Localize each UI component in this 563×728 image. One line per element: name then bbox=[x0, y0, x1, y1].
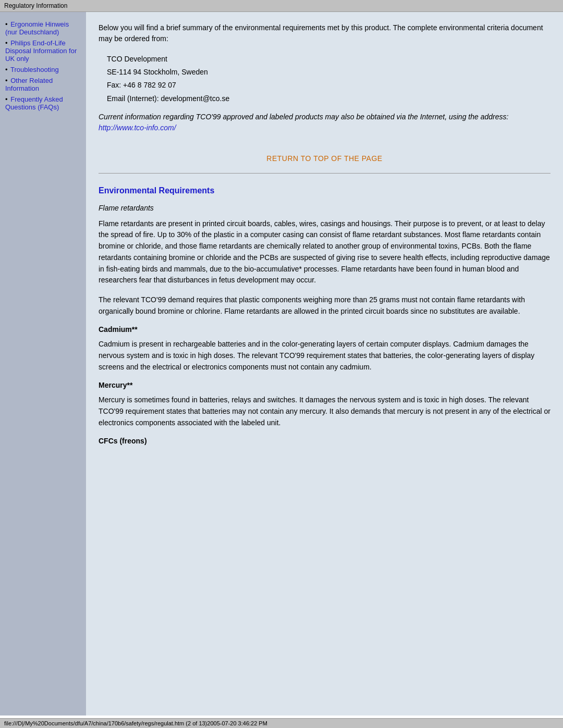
section-divider bbox=[99, 173, 550, 174]
sidebar-item-3[interactable]: • Other Related Information bbox=[5, 77, 81, 92]
bullet-1: • bbox=[5, 39, 8, 47]
bullet-4: • bbox=[5, 95, 8, 103]
sidebar-link-1[interactable]: Philips End-of-Life Disposal Information… bbox=[5, 39, 77, 63]
intro-text: Below you will find a brief summary of t… bbox=[99, 22, 550, 44]
sidebar-item-4[interactable]: • Frequently Asked Questions (FAQs) bbox=[5, 95, 81, 111]
address-line2: SE-114 94 Stockholm, Sweden bbox=[107, 66, 550, 79]
env-section-title: Environmental Requirements bbox=[99, 186, 550, 195]
sidebar-item-0[interactable]: • Ergonomie Hinweis (nur Deutschland) bbox=[5, 20, 81, 36]
return-link-container: RETURN TO TOP OF THE PAGE bbox=[99, 154, 550, 163]
bullet-0: • bbox=[5, 20, 8, 28]
italic-note-text: Current information regarding TCO'99 app… bbox=[99, 113, 508, 121]
top-bar: Regulatory Information bbox=[0, 0, 563, 12]
address-block: TCO Development SE-114 94 Stockholm, Swe… bbox=[107, 53, 550, 105]
cfcs-heading: CFCs (freons) bbox=[99, 437, 550, 445]
flame-para2: The relevant TCO'99 demand requires that… bbox=[99, 294, 550, 317]
sidebar-link-0[interactable]: Ergonomie Hinweis (nur Deutschland) bbox=[5, 20, 69, 36]
address-line3: Fax: +46 8 782 92 07 bbox=[107, 79, 550, 92]
flame-subtitle: Flame retardants bbox=[99, 204, 550, 212]
bullet-3: • bbox=[5, 77, 8, 84]
sidebar-item-2[interactable]: • Troubleshooting bbox=[5, 66, 81, 73]
tco-info-link[interactable]: http://www.tco-info.com/ bbox=[99, 124, 176, 132]
address-line4: Email (Internet): development@tco.se bbox=[107, 92, 550, 105]
sidebar-link-2[interactable]: Troubleshooting bbox=[10, 66, 59, 73]
address-line1: TCO Development bbox=[107, 53, 550, 66]
italic-note: Current information regarding TCO'99 app… bbox=[99, 112, 550, 133]
content-area: Below you will find a brief summary of t… bbox=[86, 12, 563, 715]
sidebar: • Ergonomie Hinweis (nur Deutschland) • … bbox=[0, 12, 86, 715]
sidebar-link-3[interactable]: Other Related Information bbox=[5, 77, 53, 92]
cadmium-heading: Cadmium** bbox=[99, 325, 550, 334]
mercury-para: Mercury is sometimes found in batteries,… bbox=[99, 394, 550, 428]
cadmium-para: Cadmium is present in rechargeable batte… bbox=[99, 339, 550, 373]
sidebar-item-1[interactable]: • Philips End-of-Life Disposal Informati… bbox=[5, 39, 81, 63]
mercury-heading: Mercury** bbox=[99, 381, 550, 389]
top-bar-title: Regulatory Information bbox=[4, 2, 67, 9]
bullet-2: • bbox=[5, 66, 8, 73]
return-to-top-link[interactable]: RETURN TO TOP OF THE PAGE bbox=[266, 154, 382, 163]
main-layout: • Ergonomie Hinweis (nur Deutschland) • … bbox=[0, 12, 563, 715]
sidebar-link-4[interactable]: Frequently Asked Questions (FAQs) bbox=[5, 95, 63, 111]
flame-para1: Flame retardants are present in printed … bbox=[99, 218, 550, 286]
